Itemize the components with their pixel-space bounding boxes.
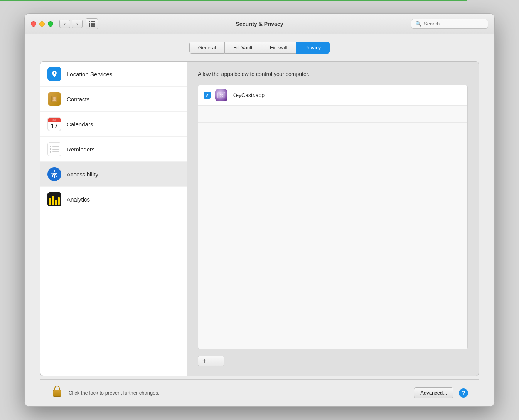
content-area: General FileVault Firewall Privacy L [25, 34, 494, 406]
sidebar: Location Services [40, 62, 187, 376]
sidebar-item-accessibility[interactable]: Accessibility [40, 162, 187, 187]
search-icon: 🔍 [415, 21, 421, 27]
accessibility-label: Accessibility [67, 171, 98, 178]
add-app-button[interactable]: + [198, 356, 211, 366]
forward-button[interactable]: › [72, 20, 83, 28]
window: ‹ › Security & Privacy 🔍 General FileVau… [24, 13, 495, 407]
app-list-empty-6 [198, 190, 467, 207]
sidebar-item-analytics[interactable]: Analytics [40, 187, 187, 212]
app-list: ✓ ⌘ KeyCastr.app [198, 85, 468, 349]
app-list-empty-1 [198, 106, 467, 123]
analytics-icon-container [47, 192, 61, 206]
calendar-month: JUL [48, 118, 61, 122]
main-panel: Location Services [40, 61, 479, 376]
list-actions: + − [198, 356, 468, 366]
remove-app-button[interactable]: − [211, 356, 224, 366]
lock-icon[interactable] [51, 386, 63, 400]
grid-icon [89, 21, 95, 27]
checkmark-icon: ✓ [205, 93, 209, 98]
calendars-icon: JUL 17 [47, 117, 61, 131]
app-list-empty-5 [198, 173, 467, 190]
sidebar-item-contacts[interactable]: Contacts [40, 87, 187, 112]
tabs: General FileVault Firewall Privacy [40, 42, 479, 54]
tab-privacy[interactable]: Privacy [296, 42, 330, 54]
keycastr-icon: ⌘ [215, 89, 227, 101]
close-button[interactable] [31, 21, 36, 27]
traffic-lights [31, 21, 53, 27]
reminders-icon [47, 142, 61, 156]
tab-firewall[interactable]: Firewall [261, 42, 296, 54]
right-description: Allow the apps below to control your com… [198, 71, 468, 77]
app-list-empty-3 [198, 139, 467, 156]
contacts-icon-inner [48, 92, 61, 106]
tab-filevault[interactable]: FileVault [225, 42, 261, 54]
keycastr-checkbox[interactable]: ✓ [204, 92, 211, 99]
location-label: Location Services [67, 71, 112, 77]
footer: Click the lock to prevent further change… [40, 379, 479, 406]
keycastr-inner: ⌘ [217, 92, 225, 98]
lock-text: Click the lock to prevent further change… [69, 390, 408, 396]
lock-body [53, 390, 61, 397]
sidebar-item-reminders[interactable]: Reminders [40, 137, 187, 162]
tab-general[interactable]: General [189, 42, 225, 54]
calendar-day: 17 [51, 122, 58, 131]
app-list-empty-4 [198, 156, 467, 173]
location-icon [47, 67, 61, 81]
search-bar[interactable]: 🔍 [411, 19, 488, 29]
contacts-label: Contacts [67, 96, 89, 102]
maximize-button[interactable] [48, 21, 53, 27]
location-icon-inner [48, 67, 61, 81]
app-name-keycastr: KeyCastr.app [232, 92, 265, 98]
help-button[interactable]: ? [459, 388, 468, 398]
right-content: Allow the apps below to control your com… [187, 62, 479, 376]
accessibility-icon [47, 167, 61, 181]
app-list-empty-2 [198, 123, 467, 139]
titlebar: ‹ › Security & Privacy 🔍 [25, 14, 494, 34]
grid-button[interactable] [86, 18, 98, 29]
window-title: Security & Privacy [236, 21, 283, 27]
svg-point-2 [53, 97, 56, 99]
lock-shackle [54, 386, 60, 390]
svg-point-6 [54, 170, 55, 172]
sidebar-item-location[interactable]: Location Services [40, 62, 187, 87]
minimize-button[interactable] [39, 21, 45, 27]
back-button[interactable]: ‹ [59, 20, 70, 28]
advanced-button[interactable]: Advanced... [414, 387, 453, 398]
sidebar-item-calendars[interactable]: JUL 17 Calendars [40, 112, 187, 137]
analytics-label: Analytics [67, 196, 90, 203]
search-input[interactable] [424, 21, 484, 27]
calendars-label: Calendars [67, 121, 93, 128]
contacts-icon [47, 92, 61, 106]
app-list-item-keycastr: ✓ ⌘ KeyCastr.app [198, 85, 467, 106]
reminders-label: Reminders [67, 146, 95, 153]
nav-buttons: ‹ › [59, 20, 83, 28]
